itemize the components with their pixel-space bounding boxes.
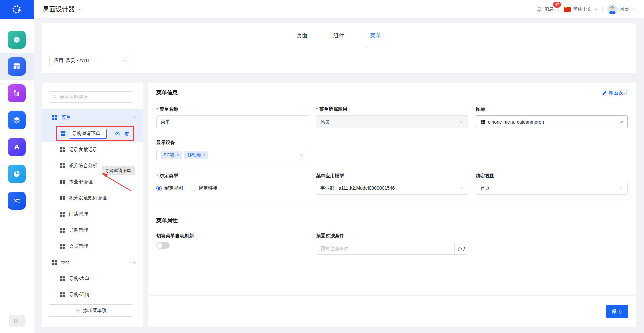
language-chevron-down-icon (594, 7, 598, 11)
grid-icon (60, 163, 65, 169)
add-menu-item-button[interactable]: 添加菜单项 (49, 304, 133, 317)
remove-tag-icon[interactable]: ✕ (176, 153, 179, 157)
menu-name-input[interactable]: 菜单 (156, 115, 308, 128)
tree-item-label: 事业部管理 (69, 179, 143, 185)
app-filter-select[interactable]: 应用: 风灵 - A111 (49, 54, 132, 67)
radio-bind-view[interactable]: 绑定视图 (156, 185, 183, 191)
tree-item[interactable]: 积分发放规则管理 (42, 190, 143, 206)
auto-refresh-toggle[interactable] (156, 242, 170, 249)
icon-select-value: oinone-menu-caidanmoren (488, 119, 544, 125)
device-tag-label: 移动端 (187, 152, 201, 158)
app-sidebar-list: A (0, 19, 34, 214)
tree-item-menu-root[interactable]: 菜单 (42, 109, 143, 126)
field-label: 绑定类型 (156, 173, 308, 179)
messages-button[interactable]: 消息 47 (537, 6, 554, 12)
field-preset-filter: 预置过滤条件 {x} (316, 233, 468, 255)
sidebar-item-6[interactable] (0, 160, 34, 187)
tree-item[interactable]: 会员管理 (42, 238, 143, 254)
menu-model-select[interactable]: 事业部 - a111.k2.Model0000001546 (316, 182, 468, 195)
ui-design-label: 界面设计 (609, 90, 628, 96)
bind-view-value: 首页 (480, 185, 490, 191)
tree-item[interactable]: 门店管理 (42, 206, 143, 222)
chevron-down-icon (460, 120, 464, 124)
language-label: 简体中文 (573, 6, 592, 12)
tab-components[interactable]: 组件 (333, 23, 344, 48)
logo-icon (11, 4, 22, 15)
app-logo[interactable] (0, 0, 34, 19)
chevron-down-icon[interactable] (132, 260, 137, 265)
sidebar-item-5[interactable]: A (0, 134, 34, 160)
tree-item[interactable]: 导购管理 (42, 222, 143, 238)
radio-label: 绑定链接 (199, 185, 217, 191)
sidebar-collapse-button[interactable] (9, 315, 25, 327)
ui-design-link[interactable]: 界面设计 (602, 90, 628, 96)
search-input[interactable] (60, 94, 130, 100)
field-label: 显示设备 (156, 140, 308, 146)
save-button[interactable]: 保 存 (606, 305, 628, 318)
plus-icon (76, 308, 80, 313)
field-label: 预置过滤条件 (316, 233, 468, 239)
field-label: 菜单名称 (156, 106, 308, 112)
tab-menu[interactable]: 菜单 (370, 23, 381, 48)
section-title-menu-props: 菜单属性 (156, 217, 628, 224)
device-tag-pc: PC端 ✕ (161, 151, 182, 159)
layers-icon (8, 111, 26, 129)
grid-icon (60, 292, 65, 297)
sidebar-item-2-selected[interactable] (0, 53, 34, 80)
chevron-down-icon[interactable] (132, 115, 137, 120)
chevron-down-icon (123, 59, 127, 63)
form-body: 菜单信息 界面设计 菜单名称 菜单 菜单所属应用 (148, 83, 636, 295)
shuffle-icon (8, 192, 26, 210)
expression-button[interactable]: {x} (454, 242, 468, 255)
menu-name-value: 菜单 (161, 119, 170, 125)
section-title-menu-info: 菜单信息 (156, 89, 178, 96)
flow-icon (8, 84, 26, 102)
radio-bind-link[interactable]: 绑定链接 (191, 185, 217, 191)
tab-pages[interactable]: 页面 (297, 23, 307, 48)
bind-type-radio-group: 绑定视图 绑定链接 (156, 182, 308, 195)
tree-item[interactable]: 记录发放记录 (42, 142, 143, 158)
tree-item-test[interactable]: test (42, 254, 143, 271)
user-chevron-down-icon (632, 7, 635, 11)
tree-search[interactable] (49, 91, 133, 103)
field-label: 菜单应用模型 (316, 173, 468, 179)
tree-item[interactable]: 导购-详情 (42, 287, 143, 303)
main-area: 页面 组件 菜单 应用: 风灵 - A111 菜单 (34, 19, 644, 333)
devices-multiselect[interactable]: PC端 ✕ 移动端 ✕ (156, 149, 308, 161)
menu-app-select[interactable]: 风灵 (316, 115, 468, 128)
language-selector[interactable]: 简体中文 (564, 6, 598, 12)
menu-app-value: 风灵 (320, 119, 330, 125)
sidebar-item-1[interactable] (0, 26, 34, 53)
user-menu[interactable]: 风灵 (607, 4, 635, 14)
preset-filter-input[interactable] (316, 242, 454, 255)
tree-item-label: test (61, 260, 128, 265)
grid-icon (52, 115, 57, 120)
chevron-down-icon (619, 119, 623, 125)
eye-invisible-icon[interactable] (115, 131, 121, 137)
field-auto-refresh: 切换菜单自动刷新 (156, 233, 308, 255)
grid-icon (60, 228, 65, 233)
sidebar-item-7[interactable] (0, 187, 34, 214)
remove-tag-icon[interactable]: ✕ (203, 153, 206, 157)
tree-item[interactable]: 导购-表单 (42, 271, 143, 287)
divider (558, 7, 559, 12)
form-footer: 保 存 (148, 295, 636, 327)
tree-item-label: 导购-详情 (69, 292, 143, 298)
tabs-card: 页面 组件 菜单 应用: 风灵 - A111 (42, 23, 636, 73)
trash-icon[interactable] (124, 131, 130, 137)
grid-icon (60, 179, 65, 185)
sidebar-item-4[interactable] (0, 107, 34, 134)
bind-view-select[interactable]: 首页 (476, 182, 628, 195)
tree-item-label: 导购-表单 (69, 276, 143, 282)
title-chevron-down-icon[interactable] (78, 7, 82, 11)
rename-input[interactable] (69, 129, 107, 139)
menu-tree: 菜单 (42, 109, 143, 303)
icon-select[interactable]: oinone-menu-caidanmoren (476, 115, 628, 128)
tree-item[interactable]: 事业部管理 (42, 174, 143, 190)
sidebar-item-3[interactable] (0, 80, 34, 107)
page-title: 界面设计器 (43, 5, 75, 14)
tree-item-editing (42, 126, 143, 142)
tree-item-label: 菜单 (61, 114, 128, 121)
grid-icon (60, 131, 66, 136)
grid-icon (60, 195, 65, 201)
